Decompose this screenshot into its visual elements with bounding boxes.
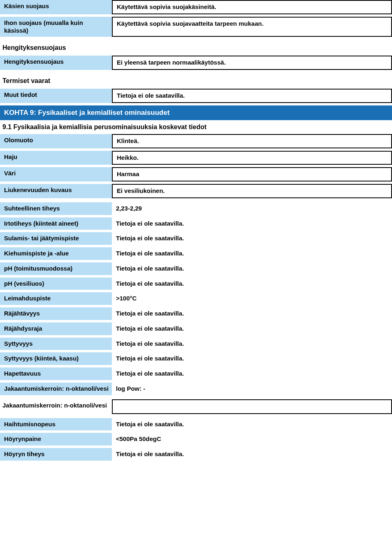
value: Käytettävä sopivia suojavaatteita tarpee… bbox=[112, 17, 392, 37]
row-explosiveness: Räjähtävyys Tietoja ei ole saatavilla. bbox=[0, 307, 392, 320]
value: Käytettävä sopivia suojakäsineitä. bbox=[112, 0, 392, 14]
row-vapour-pressure: Höyrynpaine <500Pa 50degC bbox=[0, 433, 392, 446]
label: Ihon suojaus (muualla kuin käsissä) bbox=[0, 17, 112, 37]
label: Hapettavuus bbox=[0, 367, 112, 380]
label: Räjähtävyys bbox=[0, 307, 112, 320]
row-odour: Haju Heikko. bbox=[0, 151, 392, 165]
value: Tietoja ei ole saatavilla. bbox=[112, 89, 392, 103]
value: Tietoja ei ole saatavilla. bbox=[112, 418, 392, 431]
row-evaporation-rate: Haihtumisnopeus Tietoja ei ole saatavill… bbox=[0, 418, 392, 431]
sds-page: Käsien suojaus Käytettävä sopivia suojak… bbox=[0, 0, 392, 461]
label: Muut tiedot bbox=[0, 89, 112, 103]
row-bulk-density: Irtotiheys (kiinteät aineet) Tietoja ei … bbox=[0, 217, 392, 230]
label: Väri bbox=[0, 167, 112, 181]
label: Räjähdysraja bbox=[0, 322, 112, 335]
row-skin-protection: Ihon suojaus (muualla kuin käsissä) Käyt… bbox=[0, 17, 392, 37]
label: Leimahduspiste bbox=[0, 292, 112, 305]
value: Tietoja ei ole saatavilla. bbox=[112, 322, 392, 335]
label: Syttyvyys bbox=[0, 338, 112, 350]
section9-subheading: 9.1 Fysikaalisia ja kemiallisia perusomi… bbox=[0, 120, 392, 134]
row-explosion-limit: Räjähdysraja Tietoja ei ole saatavilla. bbox=[0, 322, 392, 335]
row-flammability: Syttyvyys Tietoja ei ole saatavilla. bbox=[0, 338, 392, 350]
label: pH (vesiliuos) bbox=[0, 278, 112, 290]
value: Tietoja ei ole saatavilla. bbox=[112, 448, 392, 461]
value: log Pow: - bbox=[112, 383, 392, 395]
row-oxidising: Hapettavuus Tietoja ei ole saatavilla. bbox=[0, 367, 392, 380]
label: Hengityksensuojaus bbox=[0, 56, 112, 70]
label: pH (toimitusmuodossa) bbox=[0, 262, 112, 275]
row-appearance: Olomuoto Klinteä. bbox=[0, 134, 392, 148]
subheading-respiratory: Hengityksensuojaus bbox=[0, 41, 392, 54]
label: Irtotiheys (kiinteät aineet) bbox=[0, 217, 112, 230]
label: Haihtumisnopeus bbox=[0, 418, 112, 431]
row-relative-density: Suhteellinen tiheys 2,23-2,29 bbox=[0, 202, 392, 215]
subheading-thermal: Termiset vaarat bbox=[0, 74, 392, 87]
value: Klinteä. bbox=[112, 134, 392, 148]
value bbox=[112, 399, 392, 414]
value: Tietoja ei ole saatavilla. bbox=[112, 338, 392, 350]
row-vapour-density: Höyryn tiheys Tietoja ei ole saatavilla. bbox=[0, 448, 392, 461]
value: Tietoja ei ole saatavilla. bbox=[112, 367, 392, 380]
value: Ei vesiliukoinen. bbox=[112, 184, 392, 198]
value: Tietoja ei ole saatavilla. bbox=[112, 307, 392, 320]
value: Tietoja ei ole saatavilla. bbox=[112, 217, 392, 230]
row-flash-point: Leimahduspiste >100°C bbox=[0, 292, 392, 305]
row-respiratory-protection: Hengityksensuojaus Ei yleensä tarpeen no… bbox=[0, 56, 392, 70]
row-other-info: Muut tiedot Tietoja ei ole saatavilla. bbox=[0, 89, 392, 103]
row-melting-point: Sulamis- tai jäätymispiste Tietoja ei ol… bbox=[0, 232, 392, 245]
value: Tietoja ei ole saatavilla. bbox=[112, 247, 392, 260]
label: Jakaantumiskerroin: n-oktanoli/vesi bbox=[0, 399, 112, 414]
label: Jakaantumiskerroin: n-oktanoli/vesi bbox=[0, 383, 112, 395]
value: Tietoja ei ole saatavilla. bbox=[112, 262, 392, 275]
value: Tietoja ei ole saatavilla. bbox=[112, 232, 392, 245]
label: Syttyvyys (kiinteä, kaasu) bbox=[0, 352, 112, 365]
value: Ei yleensä tarpeen normaalikäytössä. bbox=[112, 56, 392, 70]
row-solubility-desc: Liukenevuuden kuvaus Ei vesiliukoinen. bbox=[0, 184, 392, 198]
label: Käsien suojaus bbox=[0, 0, 112, 14]
label: Höyryn tiheys bbox=[0, 448, 112, 461]
row-hand-protection: Käsien suojaus Käytettävä sopivia suojak… bbox=[0, 0, 392, 14]
label: Kiehumispiste ja -alue bbox=[0, 247, 112, 260]
value: Tietoja ei ole saatavilla. bbox=[112, 352, 392, 365]
value: Harmaa bbox=[112, 167, 392, 181]
label: Höyrynpaine bbox=[0, 433, 112, 446]
label: Suhteellinen tiheys bbox=[0, 202, 112, 215]
row-ph-supplied: pH (toimitusmuodossa) Tietoja ei ole saa… bbox=[0, 262, 392, 275]
value: Heikko. bbox=[112, 151, 392, 165]
section9-banner: KOHTA 9: Fysikaaliset ja kemialliset omi… bbox=[0, 105, 392, 120]
row-partition-coeff-1: Jakaantumiskerroin: n-oktanoli/vesi log … bbox=[0, 383, 392, 395]
row-colour: Väri Harmaa bbox=[0, 167, 392, 181]
row-partition-coeff-2: Jakaantumiskerroin: n-oktanoli/vesi bbox=[0, 399, 392, 414]
value: 2,23-2,29 bbox=[112, 202, 392, 215]
row-ph-solution: pH (vesiliuos) Tietoja ei ole saatavilla… bbox=[0, 278, 392, 290]
row-flammability-solid-gas: Syttyvyys (kiinteä, kaasu) Tietoja ei ol… bbox=[0, 352, 392, 365]
value: >100°C bbox=[112, 292, 392, 305]
value: <500Pa 50degC bbox=[112, 433, 392, 446]
label: Sulamis- tai jäätymispiste bbox=[0, 232, 112, 245]
value: Tietoja ei ole saatavilla. bbox=[112, 278, 392, 290]
label: Liukenevuuden kuvaus bbox=[0, 184, 112, 198]
row-boiling-point: Kiehumispiste ja -alue Tietoja ei ole sa… bbox=[0, 247, 392, 260]
label: Olomuoto bbox=[0, 134, 112, 148]
label: Haju bbox=[0, 151, 112, 165]
